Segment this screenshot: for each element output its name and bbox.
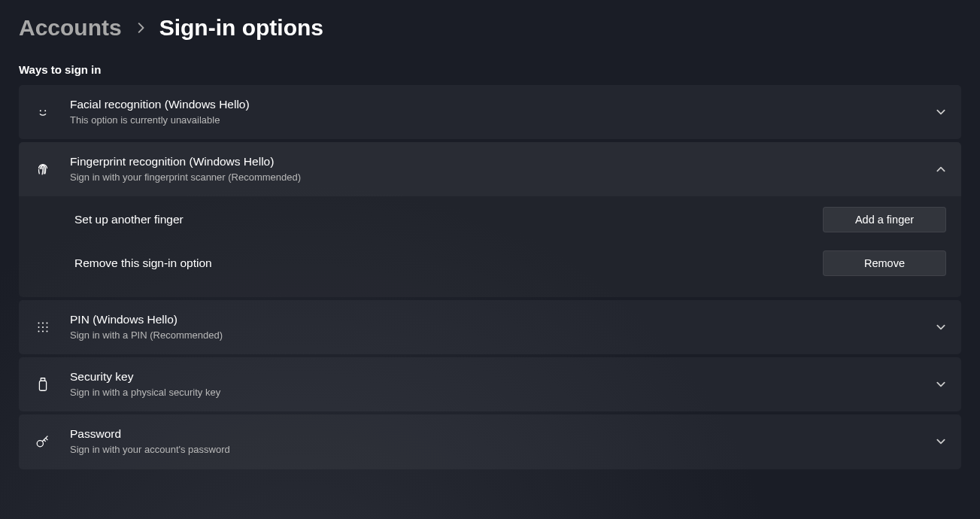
svg-point-2 xyxy=(38,323,39,324)
option-password: Password Sign in with your account's pas… xyxy=(19,414,961,469)
key-icon xyxy=(32,431,53,452)
svg-point-3 xyxy=(42,323,44,324)
option-header-security-key[interactable]: Security key Sign in with a physical sec… xyxy=(19,357,961,411)
chevron-down-icon xyxy=(936,322,946,332)
add-finger-button[interactable]: Add a finger xyxy=(823,207,946,232)
chevron-down-icon xyxy=(936,436,946,447)
remove-option-row: Remove this sign-in option Remove xyxy=(34,243,946,287)
svg-point-9 xyxy=(42,331,44,332)
chevron-right-icon xyxy=(135,20,146,37)
setup-finger-row: Set up another finger Add a finger xyxy=(34,196,946,243)
option-title: Facial recognition (Windows Hello) xyxy=(70,97,919,113)
page-title: Sign-in options xyxy=(159,15,323,41)
fingerprint-icon xyxy=(32,159,53,180)
option-subtitle: Sign in with your account's password xyxy=(70,443,919,457)
chevron-down-icon xyxy=(936,107,946,117)
option-subtitle: Sign in with your fingerprint scanner (R… xyxy=(70,171,919,184)
remove-option-label: Remove this sign-in option xyxy=(74,256,212,270)
option-title: Fingerprint recognition (Windows Hello) xyxy=(70,154,919,170)
option-header-password[interactable]: Password Sign in with your account's pas… xyxy=(19,414,961,469)
option-header-facial[interactable]: Facial recognition (Windows Hello) This … xyxy=(19,85,961,139)
keypad-icon xyxy=(32,317,53,338)
breadcrumb: Accounts Sign-in options xyxy=(19,15,961,41)
option-text: Facial recognition (Windows Hello) This … xyxy=(70,97,919,127)
option-text: Security key Sign in with a physical sec… xyxy=(70,369,919,399)
option-title: Password xyxy=(70,426,919,442)
option-subtitle: Sign in with a PIN (Recommended) xyxy=(70,329,919,342)
option-title: PIN (Windows Hello) xyxy=(70,312,919,328)
option-pin: PIN (Windows Hello) Sign in with a PIN (… xyxy=(19,300,961,354)
option-text: PIN (Windows Hello) Sign in with a PIN (… xyxy=(70,312,919,342)
setup-finger-label: Set up another finger xyxy=(74,213,184,226)
svg-point-8 xyxy=(38,331,39,332)
svg-point-4 xyxy=(46,323,47,324)
option-body-fingerprint: Set up another finger Add a finger Remov… xyxy=(19,196,961,297)
svg-point-1 xyxy=(44,110,46,111)
svg-point-0 xyxy=(40,110,41,111)
option-text: Password Sign in with your account's pas… xyxy=(70,426,919,457)
option-subtitle: Sign in with a physical security key xyxy=(70,386,919,399)
face-icon xyxy=(32,102,53,123)
option-subtitle: This option is currently unavailable xyxy=(70,114,919,127)
svg-point-6 xyxy=(42,326,44,328)
svg-point-5 xyxy=(38,326,39,328)
option-security-key: Security key Sign in with a physical sec… xyxy=(19,357,961,411)
remove-button[interactable]: Remove xyxy=(823,250,946,276)
option-text: Fingerprint recognition (Windows Hello) … xyxy=(70,154,919,184)
svg-point-10 xyxy=(46,331,47,332)
option-fingerprint-recognition: Fingerprint recognition (Windows Hello) … xyxy=(19,142,961,297)
svg-point-7 xyxy=(46,326,47,328)
svg-rect-12 xyxy=(39,381,46,391)
option-header-fingerprint[interactable]: Fingerprint recognition (Windows Hello) … xyxy=(19,142,961,196)
usb-key-icon xyxy=(32,374,53,395)
option-title: Security key xyxy=(70,369,919,385)
chevron-up-icon xyxy=(936,164,946,175)
breadcrumb-parent-link[interactable]: Accounts xyxy=(19,15,122,41)
option-header-pin[interactable]: PIN (Windows Hello) Sign in with a PIN (… xyxy=(19,300,961,354)
section-header: Ways to sign in xyxy=(19,63,961,76)
chevron-down-icon xyxy=(936,379,946,390)
option-facial-recognition: Facial recognition (Windows Hello) This … xyxy=(19,85,961,139)
